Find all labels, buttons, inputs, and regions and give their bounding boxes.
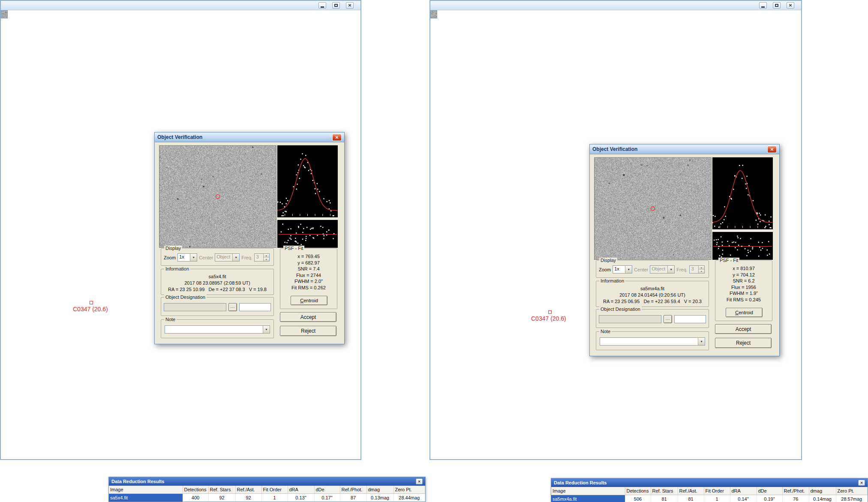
reject-button[interactable]: Reject — [280, 326, 336, 336]
accept-button[interactable]: Accept — [280, 312, 336, 322]
cell-dra[interactable]: 0.13" — [288, 494, 314, 502]
cell-image[interactable]: sa5mx4a.fit — [551, 495, 625, 502]
cell-ref-stars[interactable]: 81 — [651, 495, 678, 502]
restore-button[interactable] — [332, 2, 340, 9]
col-fit-order[interactable]: Fit Order — [261, 486, 288, 494]
cell-zero-pt[interactable]: 28.57mag — [836, 495, 868, 502]
cell-detections[interactable]: 506 — [625, 495, 651, 502]
table-row[interactable]: sa5x4.fit 400 92 92 1 0.13" 0.17" 87 0.1… — [109, 494, 425, 502]
dialog-titlebar[interactable]: Object Verification ✕ — [155, 132, 344, 142]
designation-browse-button[interactable]: ... — [664, 315, 672, 323]
spin-up-icon: ▲ — [264, 254, 269, 258]
information-group: Information sa5mx4a.fit 2017 08 24.01454… — [596, 281, 709, 307]
chevron-down-icon[interactable]: ▼ — [190, 254, 197, 261]
col-zero-pt[interactable]: Zero Pt. — [836, 487, 868, 495]
psf-y-value: y = 704.12 — [715, 272, 772, 278]
cell-ref-ast[interactable]: 92 — [235, 494, 261, 502]
zoom-select[interactable]: 1x ▼ — [177, 253, 197, 262]
centroid-button[interactable]: Centroid — [291, 296, 327, 305]
table-row[interactable]: sa5mx4a.fit 506 81 81 1 0.14" 0.19" 76 0… — [551, 495, 868, 502]
dialog-titlebar[interactable]: Object Verification ✕ — [590, 144, 779, 154]
chevron-down-icon[interactable]: ▼ — [698, 338, 705, 345]
cell-fit-order[interactable]: 1 — [261, 494, 288, 502]
spin-down-icon: ▼ — [264, 258, 269, 261]
cell-detections[interactable]: 400 — [183, 494, 208, 502]
object-preview-image[interactable] — [159, 145, 276, 248]
cell-dmag[interactable]: 0.14mag — [809, 495, 836, 502]
minimize-icon — [761, 6, 765, 8]
col-dmag[interactable]: dmag — [809, 487, 836, 495]
dialog-close-button[interactable]: ✕ — [767, 146, 777, 153]
star-field-image[interactable] — [430, 10, 437, 18]
cell-zero-pt[interactable]: 28.44mag — [393, 494, 425, 502]
psf-residual-plot — [712, 232, 773, 260]
col-dra[interactable]: dRA — [288, 486, 314, 494]
col-zero-pt[interactable]: Zero Pt. — [393, 486, 425, 494]
zoom-label: Zoom — [599, 267, 611, 272]
image-window-left: ✕ C0347 (20.6) Object Verification ✕ Dis… — [0, 0, 361, 460]
note-select[interactable]: ▼ — [165, 325, 270, 334]
object-designation-legend: Object Designation — [599, 307, 642, 312]
cell-image[interactable]: sa5x4.fit — [109, 494, 183, 502]
close-button[interactable]: ✕ — [346, 2, 354, 9]
data-reduction-results-window: Data Reduction Results ✕ Image Detection… — [551, 478, 868, 502]
note-select[interactable]: ▼ — [600, 337, 705, 346]
cell-dde[interactable]: 0.19" — [757, 495, 782, 502]
results-close-button[interactable]: ✕ — [858, 480, 865, 486]
close-button[interactable]: ✕ — [787, 2, 794, 9]
col-ref-ast[interactable]: Ref./Ast. — [678, 487, 704, 495]
cell-ref-stars[interactable]: 92 — [208, 494, 235, 502]
reject-button[interactable]: Reject — [715, 338, 772, 348]
col-dmag[interactable]: dmag — [366, 486, 393, 494]
center-label: Center — [199, 255, 213, 260]
spin-down-icon: ▼ — [699, 270, 704, 273]
note-group: Note ▼ — [596, 331, 709, 350]
col-fit-order[interactable]: Fit Order — [704, 487, 730, 495]
chevron-down-icon[interactable]: ▼ — [263, 326, 270, 333]
psf-fitrms-value: Fit RMS = 0.245 — [715, 297, 772, 303]
designation-extra-input[interactable] — [239, 303, 271, 311]
col-ref-phot[interactable]: Ref./Phot. — [340, 486, 366, 494]
col-image[interactable]: Image — [551, 487, 625, 495]
minimize-button[interactable] — [759, 2, 767, 9]
accept-button[interactable]: Accept — [715, 324, 772, 334]
window-titlebar[interactable]: ✕ — [430, 1, 801, 10]
centroid-button[interactable]: Centroid — [726, 308, 763, 317]
col-image[interactable]: Image — [109, 486, 183, 494]
designation-browse-button[interactable]: ... — [228, 303, 237, 311]
dialog-close-button[interactable]: ✕ — [332, 134, 342, 141]
col-ref-phot[interactable]: Ref./Phot. — [782, 487, 809, 495]
information-legend: Information — [599, 278, 625, 284]
designation-extra-input[interactable] — [674, 315, 706, 323]
cell-ref-ast[interactable]: 81 — [678, 495, 704, 502]
cell-dra[interactable]: 0.14" — [730, 495, 757, 502]
psf-flux-value: Flux = 2744 — [280, 272, 337, 279]
results-titlebar[interactable]: Data Reduction Results ✕ — [109, 477, 425, 486]
minimize-button[interactable] — [318, 2, 326, 9]
chevron-down-icon[interactable]: ▼ — [625, 266, 632, 273]
col-ref-stars[interactable]: Ref. Stars — [651, 487, 678, 495]
col-ref-stars[interactable]: Ref. Stars — [208, 486, 235, 494]
window-titlebar[interactable]: ✕ — [1, 1, 360, 10]
cell-ref-phot[interactable]: 87 — [340, 494, 366, 502]
col-detections[interactable]: Detections — [625, 487, 651, 495]
star-field-image[interactable] — [1, 10, 8, 18]
results-close-button[interactable]: ✕ — [416, 478, 423, 484]
col-ref-ast[interactable]: Ref./Ast. — [235, 486, 261, 494]
cell-dde[interactable]: 0.17" — [314, 494, 340, 502]
results-titlebar[interactable]: Data Reduction Results ✕ — [551, 478, 868, 487]
col-detections[interactable]: Detections — [183, 486, 208, 494]
restore-button[interactable] — [773, 2, 781, 9]
col-dra[interactable]: dRA — [730, 487, 757, 495]
cell-fit-order[interactable]: 1 — [704, 495, 730, 502]
object-label: C0347 (20.6) — [73, 306, 108, 313]
information-group: Information sa5x4.fit 2017 08 23.08957 (… — [161, 269, 274, 295]
cell-dmag[interactable]: 0.13mag — [366, 494, 393, 502]
object-preview-image[interactable] — [594, 157, 712, 260]
col-dde[interactable]: dDe — [757, 487, 782, 495]
col-dde[interactable]: dDe — [314, 486, 340, 494]
designation-input[interactable] — [164, 303, 226, 311]
cell-ref-phot[interactable]: 76 — [782, 495, 809, 502]
zoom-select[interactable]: 1x ▼ — [613, 265, 632, 274]
designation-input[interactable] — [599, 315, 661, 323]
